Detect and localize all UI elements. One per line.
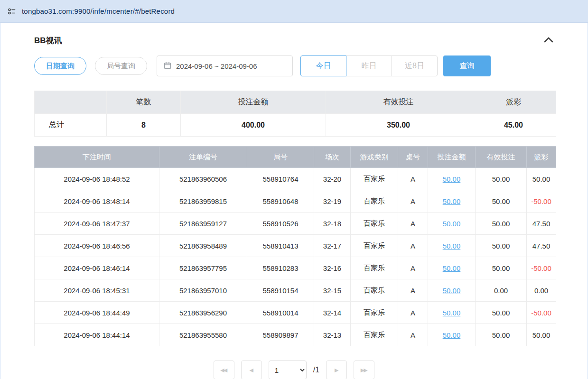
bet-amount-link[interactable]: 50.00 [443,331,461,339]
summary-column-header: 有效投注 [326,91,471,114]
record-cell: 2024-09-06 18:46:14 [35,257,159,279]
record-row: 2024-09-06 18:48:14521863959815558910648… [35,190,556,213]
filter-row: 日期查询 局号查询 2024-09-06 ~ 2024-09-06 今日 昨日 … [34,55,554,76]
summary-column-header: 投注金额 [181,91,326,114]
first-page-icon: ◀◀ [220,367,226,373]
record-cell: 0.00 [527,279,556,302]
bet-amount-link[interactable]: 50.00 [443,175,461,183]
record-cell: 32-19 [314,190,351,213]
record-cell: 百家乐 [351,257,398,279]
record-cell: 50.00 [476,257,527,279]
record-cell: 521863957010 [159,279,247,302]
record-cell: 50.00 [476,324,527,346]
record-cell: 558910154 [247,279,314,302]
record-cell: 47.50 [527,213,556,235]
bet-amount-cell: 50.00 [428,279,476,302]
record-cell: 2024-09-06 18:46:56 [35,235,159,257]
last-8-days-button[interactable]: 近8日 [392,55,438,76]
summary-column-header [35,91,107,114]
last-page-button[interactable]: ▶▶ [354,361,374,379]
record-row: 2024-09-06 18:46:14521863957795558910283… [35,257,556,279]
bet-amount-cell: 50.00 [428,235,476,257]
bet-records-table: 下注时间注单编号局号场次游戏类别桌号投注金额有效投注派彩 2024-09-06 … [34,146,556,346]
bet-amount-link[interactable]: 50.00 [443,309,461,317]
pagination: ◀◀ ◀ 1 /1 ▶ ▶▶ [34,361,554,379]
column-header: 投注金额 [428,147,476,168]
date-range-input[interactable]: 2024-09-06 ~ 2024-09-06 [157,55,293,76]
record-cell: 521863959815 [159,190,247,213]
total-pages-label: /1 [313,366,319,374]
record-cell: A [398,302,428,324]
summary-value: 350.00 [326,114,471,137]
date-range-value: 2024-09-06 ~ 2024-09-06 [176,62,257,70]
yesterday-button[interactable]: 昨日 [346,55,392,76]
record-cell: 百家乐 [351,324,398,346]
record-cell: 2024-09-06 18:44:14 [35,324,159,346]
first-page-button[interactable]: ◀◀ [214,361,234,379]
today-button[interactable]: 今日 [300,55,346,76]
record-cell: A [398,168,428,190]
record-cell: 521863960506 [159,168,247,190]
column-header: 派彩 [527,147,556,168]
record-cell: A [398,213,428,235]
record-cell: 521863957795 [159,257,247,279]
prev-page-button[interactable]: ◀ [241,361,262,379]
bet-amount-link[interactable]: 50.00 [443,287,461,295]
page-select[interactable]: 1 [269,361,307,379]
record-row: 2024-09-06 18:48:52521863960506558910764… [35,168,556,190]
round-query-button[interactable]: 局号查询 [95,57,147,75]
column-header: 有效投注 [476,147,527,168]
search-button[interactable]: 查询 [443,55,491,76]
summary-header-row: 笔数投注金额有效投注派彩 [35,91,556,114]
record-cell: 558910764 [247,168,314,190]
chevron-up-icon [543,37,554,45]
record-row: 2024-09-06 18:45:31521863957010558910154… [35,279,556,302]
date-query-button[interactable]: 日期查询 [34,57,86,75]
next-page-button[interactable]: ▶ [326,361,347,379]
column-header: 桌号 [398,147,428,168]
record-cell: 558910526 [247,213,314,235]
record-cell: A [398,279,428,302]
record-cell: 558910283 [247,257,314,279]
record-cell: 百家乐 [351,168,398,190]
record-cell: 50.00 [476,213,527,235]
record-cell: 2024-09-06 18:47:37 [35,213,159,235]
record-cell: 2024-09-06 18:48:52 [35,168,159,190]
record-cell: 32-15 [314,279,351,302]
summary-table: 笔数投注金额有效投注派彩 总计8400.00350.0045.00 [34,91,556,137]
record-cell: 558910413 [247,235,314,257]
record-row: 2024-09-06 18:44:14521863955580558909897… [35,324,556,346]
column-header: 下注时间 [35,147,159,168]
record-cell: 2024-09-06 18:44:49 [35,302,159,324]
record-cell: 32-16 [314,257,351,279]
calendar-icon [164,62,171,71]
url-text[interactable]: tongbao31.com:9900/infe/mcenter/#/betRec… [22,7,175,15]
bet-amount-link[interactable]: 50.00 [443,220,461,228]
record-cell: 百家乐 [351,213,398,235]
summary-total-row: 总计8400.00350.0045.00 [35,114,556,137]
record-cell: 558910014 [247,302,314,324]
column-header: 游戏类别 [351,147,398,168]
record-cell: 32-14 [314,302,351,324]
record-row: 2024-09-06 18:47:37521863959127558910526… [35,213,556,235]
bet-amount-link[interactable]: 50.00 [443,242,461,250]
summary-column-header: 笔数 [107,91,181,114]
quick-range-group: 今日 昨日 近8日 [300,55,438,76]
record-cell: 50.00 [476,235,527,257]
record-cell: 47.50 [527,235,556,257]
address-bar[interactable]: tongbao31.com:9900/infe/mcenter/#/betRec… [0,0,588,23]
summary-value: 45.00 [471,114,556,137]
bet-amount-cell: 50.00 [428,213,476,235]
bet-record-panel: BB视讯 日期查询 局号查询 2024-09-06 ~ 2024-09-06 [0,23,588,379]
summary-value: 400.00 [181,114,326,137]
bet-amount-link[interactable]: 50.00 [443,197,461,205]
record-cell: 2024-09-06 18:45:31 [35,279,159,302]
collapse-panel-button[interactable] [543,37,554,45]
last-page-icon: ▶▶ [361,367,367,373]
record-cell: A [398,190,428,213]
bet-amount-cell: 50.00 [428,257,476,279]
record-cell: 50.00 [527,168,556,190]
bet-amount-link[interactable]: 50.00 [443,264,461,272]
prev-page-icon: ◀ [250,367,252,373]
record-cell: 50.00 [476,168,527,190]
